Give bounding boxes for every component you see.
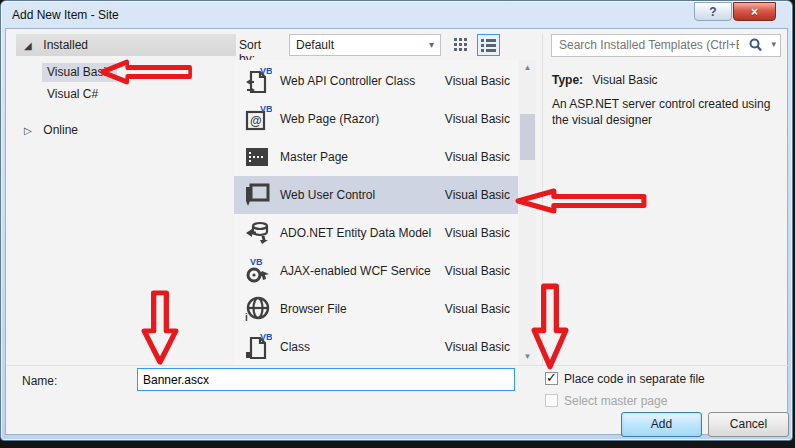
type-label: Type:	[552, 73, 583, 87]
svg-text:VB: VB	[260, 66, 272, 76]
place-code-label[interactable]: Place code in separate file	[564, 372, 705, 386]
svg-text:@: @	[250, 114, 262, 128]
annotation-arrow-visual-basic	[100, 59, 193, 85]
screenshot-root: Add New Item - Site ? × ◢ Installed Visu…	[0, 0, 795, 448]
template-row-web-page-razor[interactable]: @ VB Web Page (Razor) Visual Basic	[234, 100, 518, 138]
expanded-triangle-icon: ◢	[24, 35, 34, 57]
cancel-button-label: Cancel	[730, 417, 767, 431]
tree-item-visual-csharp[interactable]: Visual C#	[42, 85, 103, 104]
add-button[interactable]: Add	[621, 412, 702, 437]
titlebar[interactable]: Add New Item - Site ? ×	[1, 1, 792, 28]
tree-node-installed[interactable]: ◢ Installed	[16, 34, 236, 56]
template-name: Web API Controller Class	[280, 74, 415, 88]
annotation-arrow-name-field	[141, 290, 179, 366]
search-box[interactable]: ▾	[551, 34, 781, 57]
tree-node-online[interactable]: ▷ Online	[16, 121, 78, 140]
name-label: Name:	[22, 374, 57, 388]
close-icon: ×	[751, 5, 758, 19]
collapsed-triangle-icon: ▷	[24, 121, 34, 140]
list-icon	[481, 38, 496, 53]
template-name: Web User Control	[280, 188, 375, 202]
add-button-label: Add	[651, 417, 672, 431]
annotation-arrow-place-code-checkbox	[531, 283, 569, 371]
template-row-master-page[interactable]: Master Page Visual Basic	[234, 138, 518, 176]
template-type-line: Type: Visual Basic	[552, 73, 658, 87]
place-code-checkbox[interactable]: ✓	[545, 372, 558, 385]
template-row-class[interactable]: VB Class Visual Basic	[234, 328, 518, 365]
dialog-body: ◢ Installed Visual Basic Visual C# ▷ Onl…	[5, 28, 788, 435]
template-row-web-api-controller-class[interactable]: VB Web API Controller Class Visual Basic	[234, 62, 518, 100]
annotation-arrow-web-user-control	[515, 188, 648, 214]
help-button[interactable]: ?	[694, 2, 732, 21]
template-row-ajax-enabled-wcf-service[interactable]: VB AJAX-enabled WCF Service Visual Basic	[234, 252, 518, 290]
svg-text:VB: VB	[260, 104, 272, 114]
entity-data-model-icon	[242, 218, 272, 248]
checkmark-icon: ✓	[546, 370, 557, 385]
footer-divider	[7, 365, 788, 366]
cancel-button[interactable]: Cancel	[708, 412, 789, 437]
template-name: ADO.NET Entity Data Model	[280, 226, 431, 240]
type-value: Visual Basic	[592, 73, 657, 87]
tiles-icon	[454, 38, 469, 53]
template-name: AJAX-enabled WCF Service	[280, 264, 431, 278]
window-title: Add New Item - Site	[12, 8, 119, 22]
template-language: Visual Basic	[445, 302, 510, 316]
template-language: Visual Basic	[445, 112, 510, 126]
template-name: Web Page (Razor)	[280, 112, 379, 126]
template-language: Visual Basic	[445, 74, 510, 88]
help-icon: ?	[709, 5, 716, 19]
tree-item-label: Visual C#	[47, 87, 98, 101]
small-icons-view-button[interactable]	[450, 34, 473, 56]
template-list: VB Web API Controller Class Visual Basic…	[234, 60, 518, 365]
template-row-web-user-control[interactable]: Web User Control Visual Basic	[234, 176, 518, 214]
template-description: An ASP.NET server control created using …	[552, 96, 790, 128]
search-icon	[749, 38, 762, 52]
template-language: Visual Basic	[445, 340, 510, 354]
template-language: Visual Basic	[445, 188, 510, 202]
template-row-ado-net-entity-data-model[interactable]: ADO.NET Entity Data Model Visual Basic	[234, 214, 518, 252]
chevron-down-icon: ▾	[429, 35, 434, 55]
svg-text:i: i	[245, 312, 248, 323]
template-name: Browser File	[280, 302, 347, 316]
template-language: Visual Basic	[445, 226, 510, 240]
close-button[interactable]: ×	[733, 2, 776, 21]
tree-node-installed-label: Installed	[43, 38, 88, 52]
chevron-down-icon: ▾	[771, 39, 776, 49]
template-row-browser-file[interactable]: i Browser File Visual Basic	[234, 290, 518, 328]
svg-text:VB: VB	[250, 257, 263, 267]
name-input[interactable]	[137, 368, 515, 391]
vb-class-icon: VB	[242, 332, 272, 362]
browser-globe-icon: i	[242, 294, 272, 324]
web-user-control-icon	[242, 180, 272, 210]
template-name: Class	[280, 340, 310, 354]
template-name: Master Page	[280, 150, 348, 164]
template-language: Visual Basic	[445, 150, 510, 164]
svg-text:VB: VB	[260, 332, 272, 342]
sort-by-value: Default	[296, 38, 334, 52]
tree-node-online-label: Online	[43, 123, 78, 137]
select-master-page-checkbox	[545, 394, 558, 407]
vb-document-arrows-icon: VB	[242, 66, 272, 96]
razor-at-page-icon: @ VB	[242, 104, 272, 134]
wcf-service-icon: VB	[242, 256, 272, 286]
sort-by-dropdown[interactable]: Default ▾	[289, 34, 441, 56]
search-input[interactable]	[557, 37, 741, 53]
template-language: Visual Basic	[445, 264, 510, 278]
list-view-button[interactable]	[477, 34, 500, 56]
master-page-icon	[242, 142, 272, 172]
select-master-page-label: Select master page	[564, 394, 667, 408]
scrollbar-thumb[interactable]	[520, 114, 535, 160]
scroll-up-icon[interactable]: ▲	[519, 60, 536, 76]
